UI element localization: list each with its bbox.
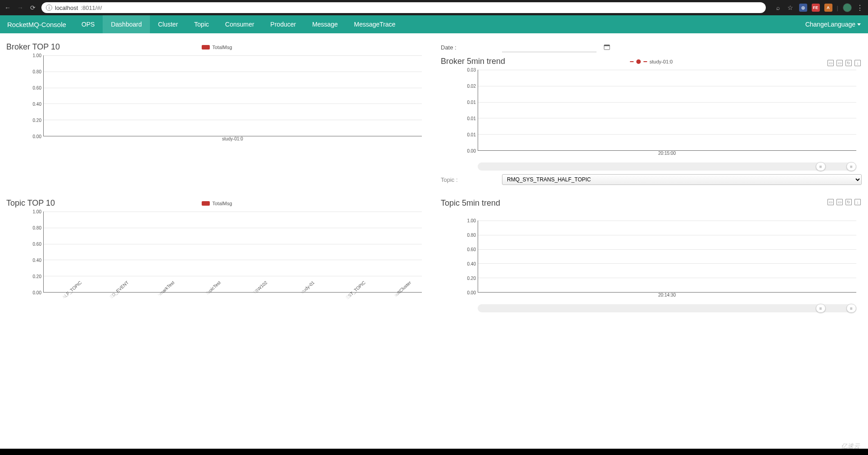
change-language[interactable]: ChangeLanguage	[798, 21, 868, 28]
chart-broker-top10: TotalMsg 0.000.200.400.600.801.00 study-…	[6, 55, 427, 145]
zoom-icon[interactable]: ▭	[827, 199, 834, 205]
brand[interactable]: RocketMQ-Console	[0, 21, 73, 28]
profile-avatar[interactable]	[843, 3, 852, 12]
legend-label: TotalMsg	[212, 45, 232, 50]
y-tick: 0.03	[467, 68, 476, 72]
legend-line-icon	[630, 61, 633, 62]
x-tick: ALF_TOPIC	[61, 280, 82, 300]
zoom-reset-icon[interactable]: ▭	[836, 199, 843, 205]
y-tick: 0.01	[467, 116, 476, 121]
url-host: localhost	[55, 5, 78, 11]
save-image-icon[interactable]: ↓	[854, 199, 861, 205]
date-label: Date :	[441, 44, 495, 51]
chart-legend[interactable]: TotalMsg	[201, 201, 232, 206]
chart-title: Topic 5min trend	[441, 198, 862, 208]
y-tick: 0.40	[33, 102, 41, 107]
x-tick: 20:14:30	[658, 293, 676, 297]
y-tick: 0.20	[467, 276, 476, 281]
bookmark-icon[interactable]: ☆	[787, 4, 795, 12]
y-tick: 0.00	[33, 290, 41, 295]
y-tick: 0.80	[33, 225, 41, 230]
extension-icon-1[interactable]: ◎	[799, 4, 807, 12]
y-tick: 0.60	[467, 247, 476, 252]
y-tick: 0.02	[467, 84, 476, 89]
slider-handle-right[interactable]: ≡	[846, 304, 856, 313]
y-tick: 0.60	[33, 86, 41, 90]
x-tick: TBW102	[252, 280, 268, 295]
panel-topic-top10: Topic TOP 10 TotalMsg 0.000.200.400.600.…	[6, 198, 427, 312]
info-icon[interactable]: i	[46, 5, 52, 11]
nav-ops[interactable]: OPS	[73, 15, 103, 33]
y-tick: 1.00	[33, 53, 41, 58]
x-tick: EST_TOPIC	[345, 280, 367, 300]
chart-toolbox: ▭ ▭ ↻ ↓	[827, 199, 861, 205]
date-input[interactable]	[502, 42, 597, 52]
nav-cluster[interactable]: Cluster	[150, 15, 186, 33]
forward-icon[interactable]: →	[16, 4, 24, 12]
slider-handle-left[interactable]: ≡	[816, 304, 826, 313]
caret-down-icon	[857, 23, 861, 26]
chart-topic-trend: ▭ ▭ ↻ ↓ 0.000.200.400.600.801.00 20:14:3…	[441, 221, 862, 302]
back-icon[interactable]: ←	[4, 4, 12, 12]
save-image-icon[interactable]: ↓	[854, 60, 861, 66]
legend-label: study-01:0	[650, 59, 673, 64]
svg-rect-1	[604, 45, 610, 46]
date-picker-row: Date :	[441, 42, 862, 52]
time-range-slider[interactable]: ≡ ≡	[478, 162, 856, 171]
calendar-icon[interactable]	[604, 44, 610, 50]
y-tick: 0.00	[467, 149, 476, 153]
url-path: :8011/#/	[81, 5, 102, 11]
restore-icon[interactable]: ↻	[845, 199, 852, 205]
panel-broker-top10: Broker TOP 10 TotalMsg 0.000.200.400.600…	[6, 42, 427, 185]
x-tick: hmarkTest	[157, 280, 176, 297]
x-tick: study-01:0	[222, 136, 243, 141]
reload-icon[interactable]: ⟳	[29, 4, 37, 12]
y-tick: 0.01	[467, 100, 476, 105]
y-tick: 0.80	[467, 233, 476, 238]
browser-menu-icon[interactable]: ⋮	[856, 4, 864, 12]
legend-swatch-icon	[201, 201, 209, 206]
extension-icon-3[interactable]: A	[824, 4, 832, 12]
browser-actions: ⌕ ☆ ◎ FE A | ⋮	[770, 3, 864, 12]
slider-handle-right[interactable]: ≡	[846, 162, 856, 171]
restore-icon[interactable]: ↻	[845, 60, 852, 66]
nav-messagetrace[interactable]: MessageTrace	[346, 15, 403, 33]
topic-label: Topic :	[441, 176, 495, 183]
extension-icon-2[interactable]: FE	[812, 4, 820, 12]
panel-topic-trend: Topic 5min trend ▭ ▭ ↻ ↓ 0.000.200.400.6…	[441, 198, 862, 312]
y-tick: 0.01	[467, 132, 476, 137]
y-tick: 0.00	[33, 134, 41, 139]
legend-swatch-icon	[201, 45, 209, 50]
dashboard-page: Broker TOP 10 TotalMsg 0.000.200.400.600…	[0, 33, 868, 335]
y-tick: 0.00	[467, 290, 476, 295]
chart-topic-top10: TotalMsg 0.000.200.400.600.801.00 ALF_TO…	[6, 212, 427, 302]
legend-label: TotalMsg	[212, 201, 232, 206]
y-tick: 0.20	[33, 118, 41, 123]
nav-producer[interactable]: Producer	[262, 15, 304, 33]
chart-toolbox: ▭ ▭ ↻ ↓	[827, 60, 861, 66]
y-tick: 1.00	[33, 209, 41, 214]
change-language-label: ChangeLanguage	[805, 21, 855, 28]
x-tick: study-01	[299, 280, 316, 295]
nav-topic[interactable]: Topic	[186, 15, 217, 33]
nav-consumer[interactable]: Consumer	[217, 15, 262, 33]
search-addr-icon[interactable]: ⌕	[774, 4, 782, 12]
nav-dashboard[interactable]: Dashboard	[103, 15, 150, 33]
chart-legend[interactable]: TotalMsg	[201, 45, 232, 50]
y-tick: 1.00	[467, 218, 476, 223]
topic-select-row: Topic : RMQ_SYS_TRANS_HALF_TOPIC	[441, 174, 862, 185]
slider-handle-left[interactable]: ≡	[816, 162, 826, 171]
address-bar[interactable]: i localhost:8011/#/	[41, 2, 766, 13]
y-tick: 0.40	[467, 261, 476, 266]
zoom-icon[interactable]: ▭	[827, 60, 834, 66]
zoom-reset-icon[interactable]: ▭	[836, 60, 843, 66]
y-tick: 0.20	[33, 274, 41, 279]
chart-legend[interactable]: study-01:0	[630, 59, 673, 64]
app-navbar: RocketMQ-Console OPS Dashboard Cluster T…	[0, 15, 868, 33]
y-tick: 0.40	[33, 258, 41, 263]
time-range-slider[interactable]: ≡ ≡	[478, 304, 856, 312]
y-tick: 0.60	[33, 242, 41, 247]
nav-message[interactable]: Message	[304, 15, 346, 33]
topic-select[interactable]: RMQ_SYS_TRANS_HALF_TOPIC	[502, 174, 862, 185]
x-tick: aultCluster	[393, 280, 412, 298]
